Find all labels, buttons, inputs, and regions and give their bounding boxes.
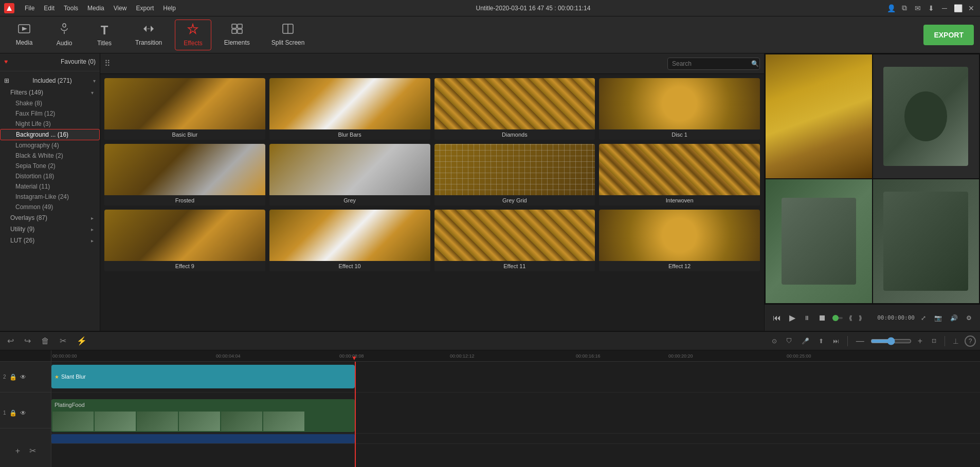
toolbar-transition[interactable]: Transition <box>126 20 171 50</box>
restore-icon[interactable]: ⧉ <box>900 4 909 13</box>
effect-diamonds[interactable]: Diamonds <box>434 78 595 140</box>
clip-plating-food[interactable]: PlatingFood <box>51 399 355 432</box>
toolbar-titles-label: Titles <box>97 40 112 47</box>
split-btn[interactable]: ⟂ <box>950 335 961 347</box>
mask-btn[interactable]: ⛉ <box>783 337 795 346</box>
add-track-btn[interactable]: + <box>12 445 23 457</box>
download-icon[interactable]: ⬇ <box>927 4 936 13</box>
cut-button[interactable]: ✂ <box>57 335 69 347</box>
help-button[interactable]: ? <box>965 335 976 347</box>
effect-grey-grid[interactable]: Grey Grid <box>434 144 595 206</box>
sidebar-instagram[interactable]: Instagram-Like (24) <box>0 192 100 202</box>
menu-help[interactable]: Help <box>159 4 180 13</box>
sidebar-shake[interactable]: Shake (8) <box>0 98 100 108</box>
fullscreen-icon[interactable]: ⤢ <box>919 312 928 324</box>
sidebar-utility[interactable]: Utility (9) ▸ <box>0 223 100 235</box>
menu-export[interactable]: Export <box>132 4 158 13</box>
motion-track-btn[interactable]: ⊙ <box>769 337 780 346</box>
minimize-btn[interactable]: ─ <box>940 4 949 13</box>
sidebar-lut[interactable]: LUT (26) ▸ <box>0 235 100 246</box>
effect-thumb-11 <box>434 210 595 261</box>
sidebar-night-life[interactable]: Night Life (3) <box>0 119 100 129</box>
menu-view[interactable]: View <box>110 4 131 13</box>
included-section: ⊞ Included (271) ▾ Filters (149) ▾ Shake… <box>0 72 100 248</box>
adjust-button[interactable]: ⚡ <box>74 335 90 347</box>
toolbar-splitscreen[interactable]: Split Screen <box>263 20 314 50</box>
effect-interwoven[interactable]: Interwoven <box>599 144 760 206</box>
search-box[interactable]: 🔍 <box>667 58 760 70</box>
export-button[interactable]: EXPORT <box>923 25 974 45</box>
delete-button[interactable]: 🗑 <box>38 335 52 347</box>
pause-button[interactable]: ⏸ <box>802 312 812 324</box>
speed-btn[interactable]: ⬆ <box>815 337 827 346</box>
clip-slant-blur[interactable]: ★ Slant Blur <box>51 365 355 388</box>
audio-btn[interactable]: 🎤 <box>798 337 812 346</box>
menu-tools[interactable]: Tools <box>60 4 82 13</box>
favourite-header[interactable]: ♥ Favourite (0) <box>0 55 100 68</box>
zoom-slider[interactable] <box>870 337 912 345</box>
menu-media[interactable]: Media <box>83 4 108 13</box>
stop-button[interactable]: ⏹ <box>816 311 828 325</box>
tracks-container: ★ Slant Blur PlatingFood <box>51 362 980 467</box>
lock-icon-1[interactable]: 🔒 <box>9 409 17 417</box>
snapshot-icon[interactable]: 📷 <box>932 312 944 324</box>
sidebar-distortion[interactable]: Distortion (18) <box>0 171 100 181</box>
effect-frosted[interactable]: Frosted <box>104 144 265 206</box>
volume-icon[interactable]: 🔊 <box>948 312 960 324</box>
track-gap <box>0 393 51 398</box>
redo-button[interactable]: ↪ <box>21 335 34 347</box>
sidebar-faux-film[interactable]: Faux Film (12) <box>0 108 100 119</box>
effect-10[interactable]: Effect 10 <box>269 210 430 271</box>
playhead[interactable] <box>355 362 356 467</box>
sidebar-filters[interactable]: Filters (149) ▾ <box>0 87 100 98</box>
toolbar-elements[interactable]: Elements <box>215 20 259 50</box>
forward-btn[interactable]: ⏭ <box>830 337 842 346</box>
sidebar-material[interactable]: Material (11) <box>0 181 100 192</box>
sidebar-background[interactable]: Background ... (16) <box>0 129 100 140</box>
fit-btn[interactable]: ⊡ <box>929 337 939 345</box>
search-input[interactable] <box>672 60 749 67</box>
mail-icon[interactable]: ✉ <box>913 4 922 13</box>
clip-audio[interactable] <box>51 434 355 443</box>
settings-icon[interactable]: ⚙ <box>964 312 974 324</box>
effect-11[interactable]: Effect 11 <box>434 210 595 271</box>
progress-bar[interactable] <box>832 317 843 319</box>
menu-file[interactable]: File <box>21 4 39 13</box>
maximize-btn[interactable]: ⬜ <box>953 4 963 13</box>
sidebar-common[interactable]: Common (49) <box>0 202 100 212</box>
skip-start-button[interactable]: ⏮ <box>771 311 783 325</box>
zoom-plus-btn[interactable]: + <box>915 335 925 347</box>
playback-controls: ⏮ ▶ ⏸ ⏹ ⟪ ⟫ 00:00:00:00 ⤢ 📷 🔊 ⚙ <box>765 304 980 331</box>
toolbar-titles[interactable]: T Titles <box>86 20 122 50</box>
sidebar-overlays[interactable]: Overlays (87) ▸ <box>0 212 100 223</box>
menu-edit[interactable]: Edit <box>40 4 59 13</box>
included-header[interactable]: ⊞ Included (271) ▾ <box>0 74 100 87</box>
effect-disc1[interactable]: Disc 1 <box>599 78 760 140</box>
toolbar-audio[interactable]: Audio <box>46 20 82 50</box>
track-gap-visual <box>51 393 980 398</box>
effect-blur-bars[interactable]: Blur Bars <box>269 78 430 140</box>
close-btn[interactable]: ✕ <box>967 4 976 13</box>
zoom-in-icon[interactable]: ⟪ <box>847 312 855 324</box>
effect-9[interactable]: Effect 9 <box>104 210 265 271</box>
play-button[interactable]: ▶ <box>787 311 797 325</box>
sidebar-lomography[interactable]: Lomography (4) <box>0 140 100 151</box>
grid-view-icon[interactable]: ⠿ <box>104 59 111 68</box>
track-number-1: 1 <box>3 410 6 416</box>
effect-12[interactable]: Effect 12 <box>599 210 760 271</box>
toolbar-media[interactable]: Media <box>6 20 42 50</box>
sidebar-black-white[interactable]: Black & White (2) <box>0 151 100 161</box>
undo-button[interactable]: ↩ <box>4 335 17 347</box>
scissors-btn[interactable]: ✂ <box>26 445 39 457</box>
toolbar-effects[interactable]: Effects <box>175 20 211 50</box>
effect-basic-blur[interactable]: Basic Blur <box>104 78 265 140</box>
user-icon[interactable]: 👤 <box>886 4 896 13</box>
lock-icon-2[interactable]: 🔒 <box>9 373 17 381</box>
zoom-minus-btn[interactable]: — <box>853 335 867 347</box>
sidebar-sepia[interactable]: Sepia Tone (2) <box>0 161 100 171</box>
effect-thumb-grey-grid <box>434 144 595 195</box>
zoom-out-icon[interactable]: ⟫ <box>857 312 864 324</box>
visibility-icon-2[interactable]: 👁 <box>20 373 26 381</box>
visibility-icon-1[interactable]: 👁 <box>20 409 26 417</box>
effect-grey[interactable]: Grey <box>269 144 430 206</box>
